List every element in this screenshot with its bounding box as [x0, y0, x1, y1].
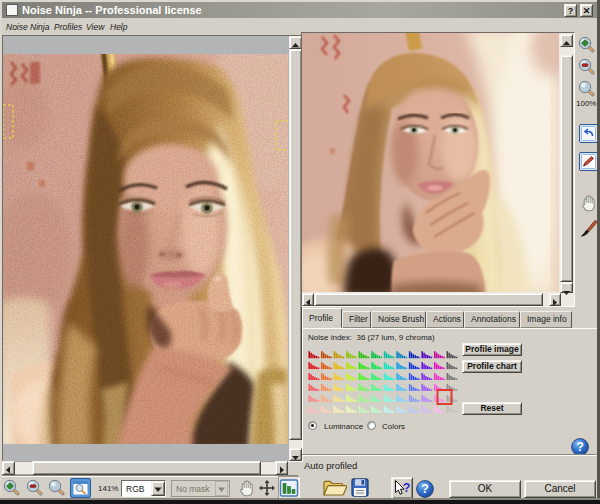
svg-text:?: ? [421, 482, 429, 496]
svg-text:?: ? [576, 440, 584, 454]
svg-text:?: ? [403, 481, 411, 495]
